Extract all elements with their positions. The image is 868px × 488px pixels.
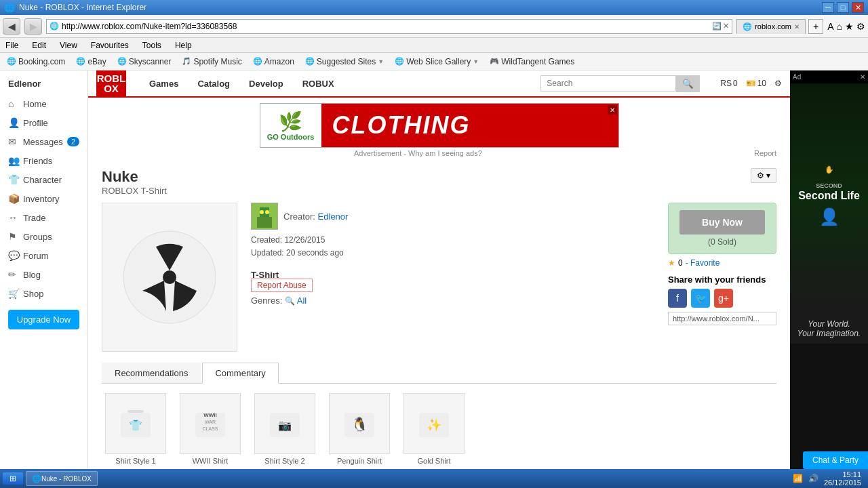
- sidebar-item-friends[interactable]: 👥 Friends: [0, 151, 87, 170]
- fav-ebay[interactable]: 🌐 eBay: [73, 56, 108, 68]
- creator-info: Creator: Edlenor: [251, 203, 654, 230]
- menu-tools[interactable]: Tools: [140, 39, 164, 52]
- rec-item-2[interactable]: WWII WAR CLASS WWII Shirt: [176, 393, 244, 465]
- character-icon: 👕: [8, 174, 19, 185]
- robux-icon-item[interactable]: RS 0: [720, 79, 737, 88]
- profile-icon: 👤: [8, 117, 19, 128]
- chat-party-button[interactable]: Chat & Party: [803, 451, 868, 469]
- title-bar-controls[interactable]: ─ □ ✕: [822, 2, 864, 13]
- item-layout: Creator: Edlenor Created: 12/26/2015 Upd…: [102, 203, 776, 352]
- nav-develop[interactable]: Develop: [245, 76, 288, 92]
- rec-item-3[interactable]: 📷 Shirt Style 2: [251, 393, 319, 465]
- creator-text: Creator: Edlenor: [283, 211, 348, 222]
- second-life-brand: SECOND Second Life: [798, 180, 860, 202]
- rec-item-1[interactable]: 👕 Shirt Style 1: [102, 393, 170, 465]
- back-btn[interactable]: ◀: [3, 18, 20, 35]
- tray-sound-icon[interactable]: 🔊: [808, 474, 818, 483]
- sidebar-item-messages[interactable]: ✉ Messages 2: [0, 132, 87, 151]
- menu-help[interactable]: Help: [172, 39, 195, 52]
- taskbar-ie-item[interactable]: 🌐 Nuke - ROBLOX: [26, 471, 98, 486]
- upgrade-now-button[interactable]: Upgrade Now: [8, 310, 79, 329]
- tray-network-icon: 📶: [793, 474, 803, 483]
- nav-catalog[interactable]: Catalog: [193, 76, 234, 92]
- roblox-logo: ROBLOX: [97, 73, 126, 94]
- windows-icon: ⊞: [9, 474, 16, 483]
- tickets-icon-item[interactable]: 🎫 10: [746, 79, 766, 88]
- forum-icon: 💬: [8, 250, 19, 261]
- menu-edit[interactable]: Edit: [29, 39, 49, 52]
- ad-close-btn[interactable]: ✕: [608, 105, 617, 115]
- second-tab-close[interactable]: ✕: [794, 23, 800, 30]
- genres-link[interactable]: All: [297, 296, 307, 306]
- webslice-chevron: ▼: [473, 58, 479, 65]
- fav-suggested[interactable]: 🌐 Suggested Sites ▼: [302, 56, 387, 68]
- menu-view[interactable]: View: [57, 39, 80, 52]
- fav-skyscanner[interactable]: 🌐 Skyscanner: [115, 56, 174, 68]
- item-details: Creator: Edlenor Created: 12/26/2015 Upd…: [251, 203, 654, 352]
- right-ad-content: ✋ SECOND Second Life 👤: [790, 83, 868, 314]
- sidebar-item-home[interactable]: ⌂ Home: [0, 94, 87, 113]
- favorites-star-icon[interactable]: ★: [845, 21, 854, 32]
- forward-btn[interactable]: ▶: [24, 18, 42, 35]
- rec-item-4[interactable]: 🐧 Penguin Shirt: [326, 393, 393, 465]
- tab-recommendations[interactable]: Recommendations: [102, 363, 201, 383]
- sidebar-item-character[interactable]: 👕 Character: [0, 170, 87, 189]
- twitter-share-btn[interactable]: 🐦: [691, 289, 710, 308]
- favorite-link[interactable]: - Favorite: [686, 258, 720, 268]
- radiation-symbol: [122, 230, 217, 325]
- sidebar-item-groups[interactable]: ⚑ Groups: [0, 227, 87, 246]
- sidebar-item-forum[interactable]: 💬 Forum: [0, 246, 87, 265]
- refresh-icon[interactable]: 🔄: [712, 22, 722, 30]
- minimize-btn[interactable]: ─: [822, 2, 834, 13]
- restore-btn[interactable]: □: [837, 2, 849, 13]
- svg-text:✨: ✨: [427, 418, 442, 432]
- google-share-btn[interactable]: g+: [714, 289, 733, 308]
- svg-point-6: [265, 210, 269, 214]
- creator-name-link[interactable]: Edlenor: [318, 211, 349, 222]
- fav-webslice[interactable]: 🌐 Web Slice Gallery ▼: [392, 56, 481, 68]
- sidebar-item-inventory[interactable]: 📦 Inventory: [0, 189, 87, 208]
- header-search[interactable]: 🔍: [540, 75, 700, 92]
- sidebar-item-blog[interactable]: ✏ Blog: [0, 265, 87, 284]
- tab-commentary[interactable]: Commentary: [202, 363, 278, 384]
- address-field[interactable]: 🌐 🔄 ✕: [46, 19, 732, 34]
- nav-games[interactable]: Games: [145, 76, 182, 92]
- gear-header-icon[interactable]: ⚙: [774, 79, 782, 88]
- favorite-row: ★ 0 - Favorite: [668, 258, 776, 268]
- report-abuse-link[interactable]: Report Abuse: [251, 279, 313, 292]
- fav-wildtangent[interactable]: 🎮 WildTangent Games: [487, 56, 577, 68]
- right-ad-close[interactable]: ✕: [860, 73, 865, 81]
- sidebar-item-profile[interactable]: 👤 Profile: [0, 113, 87, 132]
- settings-icon[interactable]: ⚙: [856, 21, 865, 32]
- nav-robux[interactable]: ROBUX: [298, 76, 338, 92]
- share-url-box[interactable]: http://www.roblox.com/N...: [668, 312, 776, 325]
- ad-report-link[interactable]: Report: [754, 149, 776, 157]
- ad-brand: 🌿 GO Outdoors: [260, 104, 321, 147]
- fav-amazon[interactable]: 🌐 Amazon: [250, 56, 297, 68]
- new-tab-btn[interactable]: +: [808, 19, 823, 34]
- start-button[interactable]: ⊞: [3, 472, 23, 485]
- sidebar-item-trade[interactable]: ↔ Trade: [0, 208, 87, 227]
- svg-text:👕: 👕: [129, 419, 142, 432]
- menu-favourites[interactable]: Favourites: [88, 39, 132, 52]
- fav-spotify[interactable]: 🎵 Spotify Music: [179, 56, 244, 68]
- second-tab[interactable]: 🌐 roblox.com ✕: [736, 19, 806, 34]
- search-button[interactable]: 🔍: [676, 75, 700, 92]
- facebook-share-btn[interactable]: f: [668, 289, 687, 308]
- fav-booking[interactable]: 🌐 Booking.com: [4, 56, 68, 68]
- item-gear-button[interactable]: ⚙ ▾: [751, 168, 776, 183]
- url-input[interactable]: [62, 22, 712, 31]
- menu-file[interactable]: File: [3, 39, 21, 52]
- rec-name-2: WWII Shirt: [176, 457, 244, 465]
- menu-bar: File Edit View Favourites Tools Help: [0, 38, 868, 53]
- amazon-icon[interactable]: A: [827, 21, 833, 32]
- search-input[interactable]: [540, 75, 676, 92]
- home-icon[interactable]: ⌂: [837, 21, 842, 32]
- sidebar-item-shop[interactable]: 🛒 Shop: [0, 284, 87, 303]
- rec-item-5[interactable]: ✨ Gold Shirt: [400, 393, 468, 465]
- ad-note: Advertisement - Why am I seeing ads? Rep…: [88, 149, 790, 157]
- close-tab-icon[interactable]: ✕: [723, 22, 729, 30]
- close-btn[interactable]: ✕: [852, 2, 864, 13]
- item-title: Nuke: [102, 168, 167, 186]
- buy-now-button[interactable]: Buy Now: [679, 210, 765, 235]
